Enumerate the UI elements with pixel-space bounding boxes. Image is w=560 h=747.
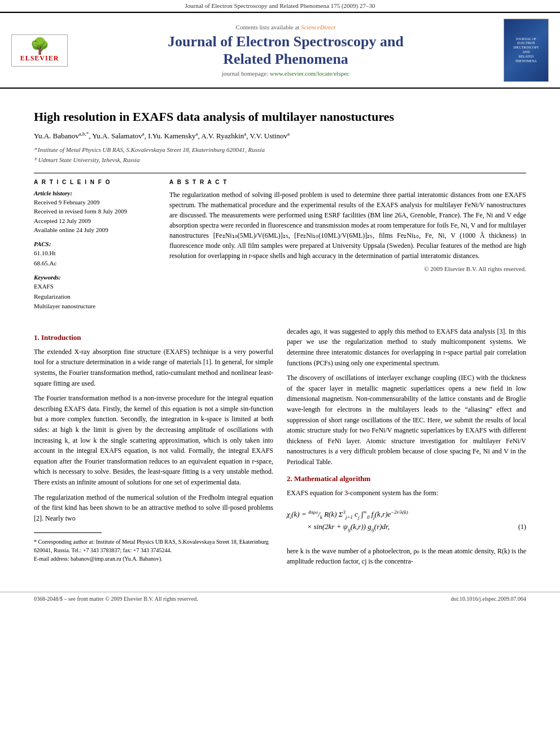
abstract-col: A B S T R A C T The regularization metho… (169, 179, 526, 317)
bottom-strip: 0368-2048/$ – see front matter © 2009 El… (0, 592, 560, 605)
accepted: Accepted 12 July 2009 (34, 216, 158, 226)
formula-block: χi(k) = 4πρ₀/k R(k) Σ3j=1 cj ∫∞0 fj(k,r)… (287, 505, 526, 539)
keyword-3: Multilayer nanostructure (34, 302, 158, 312)
elsevier-label: ELSEVIER (15, 54, 64, 63)
sciencedirect-link[interactable]: ScienceDirect (301, 24, 335, 30)
article-info-abstract: A R T I C L E I N F O Article history: R… (34, 173, 526, 317)
right-para1: decades ago, it was suggested to apply t… (287, 326, 526, 368)
history-label: Article history: (34, 190, 158, 196)
body-left-col: 1. Introduction The extended X-ray absor… (34, 326, 273, 571)
article-title: High resolution in EXAFS data analysis o… (34, 109, 526, 125)
received-1: Received 9 February 2009 (34, 198, 158, 207)
section2-heading: 2. Mathematical algorithm (287, 474, 526, 483)
copyright-line: © 2009 Elsevier B.V. All rights reserved… (169, 265, 526, 272)
issn-text: 0368-2048/$ – see front matter © 2009 El… (34, 596, 198, 602)
article-info-label: A R T I C L E I N F O (34, 179, 158, 185)
pacs-group: PACS: 61.10.Ht 68.65.Ac (34, 241, 158, 268)
pacs-1: 61.10.Ht (34, 248, 158, 259)
journal-homepage: journal homepage: www.elsevier.com/locat… (77, 70, 495, 77)
intro-para3: The regularization method of the numeric… (34, 492, 273, 524)
top-bar: Journal of Electron Spectroscopy and Rel… (0, 0, 560, 12)
doi-text: doi:10.1016/j.elspec.2009.07.004 (450, 596, 526, 602)
keyword-1: EXAFS (34, 282, 158, 292)
body-columns: 1. Introduction The extended X-ray absor… (34, 326, 526, 571)
abstract-label: A B S T R A C T (169, 179, 526, 185)
journal-header: 🌳 ELSEVIER Contents lists available at S… (0, 12, 560, 89)
keywords-group: Keywords: EXAFS Regularization Multilaye… (34, 274, 158, 312)
intro-para2: The Fourier transformation method is a n… (34, 393, 273, 487)
formula-number: (1) (518, 523, 526, 531)
formula-line1: χi(k) = 4πρ₀/k R(k) Σ3j=1 cj ∫∞0 fj(k,r)… (287, 509, 408, 520)
journal-main-title: Journal of Electron Spectroscopy and Rel… (77, 33, 495, 68)
received-2: Received in revised form 8 July 2009 (34, 207, 158, 216)
affiliation-b: ᵇ Udmurt State University, Izhevsk, Russ… (34, 155, 526, 165)
affiliation-a: ᵃ Institute of Metal Physics UB RAS, S.K… (34, 145, 526, 155)
section2-note: here k is the wave number of a photoelec… (287, 546, 526, 567)
keywords-label: Keywords: (34, 274, 158, 281)
article-history: Article history: Received 9 February 200… (34, 190, 158, 235)
formula-row-1: χi(k) = 4πρ₀/k R(k) Σ3j=1 cj ∫∞0 fj(k,r)… (287, 509, 526, 520)
footnote-email: E-mail address: babanov@imp.uran.ru (Yu.… (34, 554, 273, 563)
footnote-star: * Corresponding author at: Institute of … (34, 538, 273, 554)
main-content: High resolution in EXAFS data analysis o… (0, 89, 560, 592)
pacs-2: 68.65.Ac (34, 259, 158, 269)
available: Available online 24 July 2009 (34, 225, 158, 235)
tree-icon: 🌳 (15, 38, 64, 54)
affiliations: ᵃ Institute of Metal Physics UB RAS, S.K… (34, 145, 526, 165)
keyword-2: Regularization (34, 292, 158, 302)
formula-row-2: × sin(2kr + ψij(k,r)) gij(r)dr, (1) (287, 522, 526, 532)
elsevier-logo: 🌳 ELSEVIER (11, 34, 68, 67)
journal-cover-image: JOURNAL OFELECTRONSPECTROSCOPYANDRELATED… (504, 19, 549, 82)
section1-heading: 1. Introduction (34, 333, 273, 342)
footnote-divider (34, 532, 102, 533)
right-para2: The discovery of oscillations of interla… (287, 373, 526, 467)
article-info-col: A R T I C L E I N F O Article history: R… (34, 179, 158, 317)
abstract-text: The regularization method of solving ill… (169, 190, 526, 261)
section2-intro: EXAFS equation for 3-component system ha… (287, 488, 526, 499)
contents-line: Contents lists available at ScienceDirec… (77, 24, 495, 30)
homepage-link[interactable]: www.elsevier.com/locate/elspec (270, 70, 349, 77)
journal-title-block: Contents lists available at ScienceDirec… (77, 24, 495, 77)
pacs-label: PACS: (34, 241, 158, 247)
intro-para1: The extended X-ray absorption fine struc… (34, 347, 273, 388)
journal-citation: Journal of Electron Spectroscopy and Rel… (185, 2, 375, 9)
body-right-col: decades ago, it was suggested to apply t… (287, 326, 526, 571)
authors: Yu.A. Babanova,b,*, Yu.A. Salamatova, I.… (34, 131, 526, 141)
formula-line2: × sin(2kr + ψij(k,r)) gij(r)dr, (287, 522, 390, 532)
